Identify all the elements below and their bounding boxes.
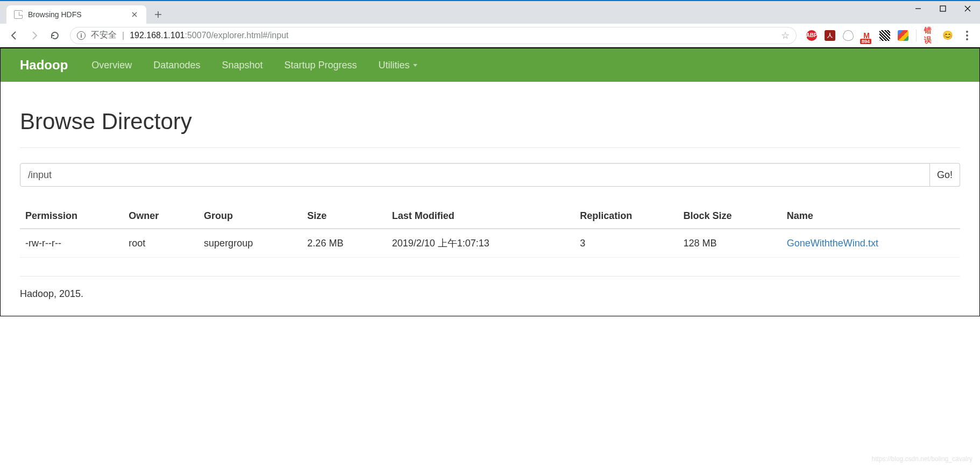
tab-strip: Browsing HDFS	[0, 1, 980, 24]
brand-label[interactable]: Hadoop	[20, 48, 68, 82]
nav-snapshot[interactable]: Snapshot	[211, 49, 273, 82]
separator: |	[122, 31, 124, 40]
browser-tab[interactable]: Browsing HDFS	[6, 5, 146, 24]
close-tab-icon[interactable]	[130, 10, 139, 19]
extension-icons: ABP 人 M894 错误 😊	[803, 30, 956, 41]
path-row: Go!	[20, 163, 960, 187]
close-window-button[interactable]	[955, 0, 980, 17]
cell-block-size: 128 MB	[678, 229, 782, 258]
adblock-icon[interactable]: ABP	[806, 30, 817, 41]
go-button[interactable]: Go!	[930, 163, 960, 187]
new-tab-button[interactable]	[151, 7, 166, 22]
bookmark-star-icon[interactable]: ☆	[781, 30, 790, 41]
url-text: 192.168.1.101:50070/explorer.html#/input	[130, 31, 288, 40]
nav-utilities[interactable]: Utilities	[368, 49, 428, 82]
cell-permission: -rw-r--r--	[20, 229, 123, 258]
col-size: Size	[302, 204, 386, 229]
chevron-down-icon	[413, 64, 417, 67]
cell-group: supergroup	[198, 229, 302, 258]
footer-text: Hadoop, 2015.	[20, 288, 960, 300]
error-label[interactable]: 错误	[924, 30, 935, 41]
cell-size: 2.26 MB	[302, 229, 386, 258]
hadoop-navbar: Hadoop Overview Datanodes Snapshot Start…	[1, 48, 979, 82]
chrome-menu-button[interactable]	[960, 31, 975, 40]
qr-icon[interactable]	[879, 30, 890, 41]
svg-rect-0	[940, 6, 946, 11]
file-icon	[14, 10, 23, 19]
forward-button[interactable]	[26, 27, 43, 44]
col-group: Group	[198, 204, 302, 229]
url-host: 192.168.1.101	[130, 31, 184, 40]
gmail-badge: 894	[860, 39, 871, 44]
table-header-row: Permission Owner Group Size Last Modifie…	[20, 204, 960, 229]
divider	[20, 147, 960, 148]
cell-last-modified: 2019/2/10 上午1:07:13	[387, 229, 575, 258]
col-block-size: Block Size	[678, 204, 782, 229]
watermark: https://blog.csdn.net/boling_cavalry	[872, 455, 972, 463]
cell-replication: 3	[574, 229, 678, 258]
nav-overview[interactable]: Overview	[81, 49, 143, 82]
minimize-button[interactable]	[906, 0, 931, 17]
col-name: Name	[782, 204, 960, 229]
page-title: Browse Directory	[20, 109, 960, 135]
table-row: -rw-r--r-- root supergroup 2.26 MB 2019/…	[20, 229, 960, 258]
footer-divider	[20, 276, 960, 277]
emoji-icon[interactable]: 😊	[942, 30, 953, 41]
url-path: :50070/explorer.html#/input	[184, 31, 288, 40]
maximize-button[interactable]	[931, 0, 955, 17]
col-last-modified: Last Modified	[387, 204, 575, 229]
extension-divider	[916, 30, 917, 41]
insecure-label: 不安全	[91, 30, 117, 41]
reload-button[interactable]	[46, 27, 63, 44]
tab-title: Browsing HDFS	[28, 10, 82, 19]
back-button[interactable]	[5, 27, 23, 44]
site-info-icon[interactable]: i	[77, 31, 86, 40]
gmail-icon[interactable]: M894	[861, 30, 872, 41]
cell-name: GoneWiththeWind.txt	[782, 229, 960, 258]
file-link[interactable]: GoneWiththeWind.txt	[787, 238, 878, 249]
path-input[interactable]	[20, 163, 930, 187]
cell-owner: root	[123, 229, 198, 258]
color-icon[interactable]	[898, 30, 908, 41]
browser-chrome: Browsing HDFS i 不安全 | 192.1	[0, 0, 980, 47]
nav-datanodes[interactable]: Datanodes	[143, 49, 211, 82]
directory-table: Permission Owner Group Size Last Modifie…	[20, 204, 960, 258]
col-owner: Owner	[123, 204, 198, 229]
address-bar[interactable]: i 不安全 | 192.168.1.101:50070/explorer.htm…	[70, 27, 797, 44]
nav-utilities-label: Utilities	[379, 60, 410, 71]
col-permission: Permission	[20, 204, 123, 229]
window-controls	[906, 0, 980, 17]
shield-icon[interactable]	[843, 30, 854, 41]
page-body: Browse Directory Go! Permission Owner Gr…	[1, 82, 979, 316]
pdf-icon[interactable]: 人	[825, 30, 835, 41]
nav-startup-progress[interactable]: Startup Progress	[273, 49, 367, 82]
col-replication: Replication	[574, 204, 678, 229]
browser-toolbar: i 不安全 | 192.168.1.101:50070/explorer.htm…	[0, 24, 980, 47]
page-viewport: Hadoop Overview Datanodes Snapshot Start…	[0, 47, 980, 316]
